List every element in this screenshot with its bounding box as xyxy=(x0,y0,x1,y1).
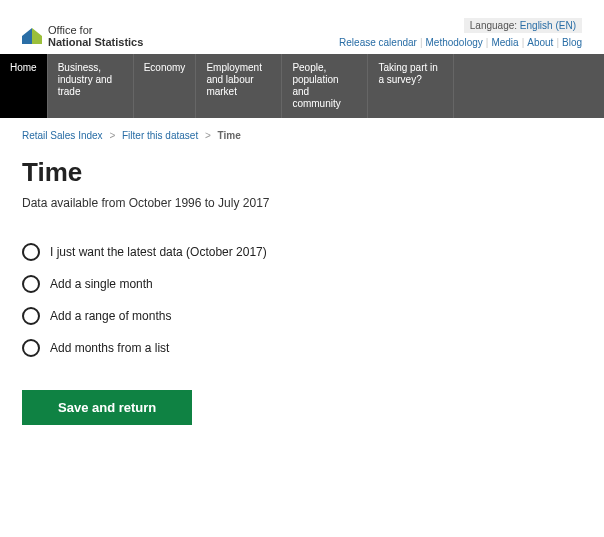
language-label: Language: xyxy=(470,20,517,31)
site-logo[interactable]: Office for National Statistics xyxy=(22,24,143,48)
radio-latest-data[interactable]: I just want the latest data (October 201… xyxy=(22,236,582,268)
radio-icon xyxy=(22,339,40,357)
page-subtext: Data available from October 1996 to July… xyxy=(22,196,582,210)
svg-marker-0 xyxy=(22,28,32,44)
primary-nav: Home Business, industry and trade Econom… xyxy=(0,54,604,118)
radio-label: Add a single month xyxy=(50,277,153,291)
save-and-return-button[interactable]: Save and return xyxy=(22,390,192,425)
nav-employment[interactable]: Employment and labour market xyxy=(196,54,282,118)
nav-people[interactable]: People, population and community xyxy=(282,54,368,118)
link-blog[interactable]: Blog xyxy=(562,37,582,48)
logo-text: Office for National Statistics xyxy=(48,24,143,48)
language-selector[interactable]: Language: English (EN) xyxy=(464,18,582,33)
breadcrumb: Retail Sales Index > Filter this dataset… xyxy=(22,118,582,157)
nav-economy[interactable]: Economy xyxy=(134,54,197,118)
nav-survey[interactable]: Taking part in a survey? xyxy=(368,54,454,118)
radio-icon xyxy=(22,307,40,325)
radio-label: Add a range of months xyxy=(50,309,171,323)
nav-home[interactable]: Home xyxy=(0,54,48,118)
top-links: Release calendar|Methodology|Media|About… xyxy=(339,37,582,48)
nav-business[interactable]: Business, industry and trade xyxy=(48,54,134,118)
logo-mark-icon xyxy=(22,26,42,46)
page-title: Time xyxy=(22,157,582,188)
crumb-filter-dataset[interactable]: Filter this dataset xyxy=(122,130,198,141)
radio-range-months[interactable]: Add a range of months xyxy=(22,300,582,332)
radio-group-time: I just want the latest data (October 201… xyxy=(22,236,582,364)
link-release-calendar[interactable]: Release calendar xyxy=(339,37,417,48)
radio-list-months[interactable]: Add months from a list xyxy=(22,332,582,364)
link-media[interactable]: Media xyxy=(491,37,518,48)
language-value: English (EN) xyxy=(520,20,576,31)
radio-icon xyxy=(22,275,40,293)
radio-icon xyxy=(22,243,40,261)
link-methodology[interactable]: Methodology xyxy=(426,37,483,48)
radio-label: I just want the latest data (October 201… xyxy=(50,245,267,259)
radio-single-month[interactable]: Add a single month xyxy=(22,268,582,300)
crumb-retail-sales[interactable]: Retail Sales Index xyxy=(22,130,103,141)
svg-marker-1 xyxy=(32,28,42,44)
link-about[interactable]: About xyxy=(527,37,553,48)
radio-label: Add months from a list xyxy=(50,341,169,355)
crumb-current: Time xyxy=(218,130,241,141)
